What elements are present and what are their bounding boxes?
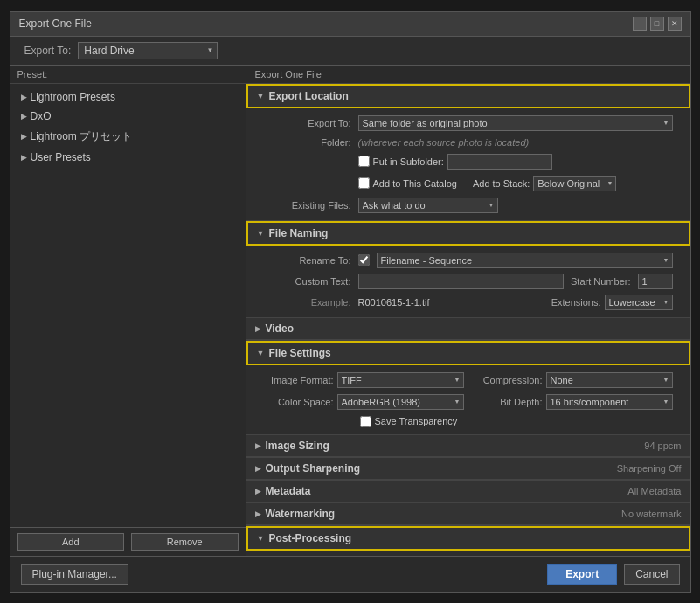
- existing-files-row: Existing Files: Ask what to do: [264, 198, 673, 213]
- rename-to-row: Rename To: Filename - Sequence: [264, 253, 673, 268]
- extensions-wrapper: Lowercase: [605, 295, 673, 310]
- add-preset-button[interactable]: Add: [17, 533, 125, 551]
- metadata-header[interactable]: ▶ Metadata All Metadata: [246, 481, 690, 502]
- minimize-button[interactable]: ─: [633, 17, 647, 31]
- add-to-catalog-label: Add to This Catalog: [373, 178, 457, 189]
- watermarking-header[interactable]: ▶ Watermarking No watermark: [246, 503, 690, 525]
- rename-to-checkbox[interactable]: [358, 254, 370, 266]
- right-scroll-container: Export One File ▼ Export Location Export…: [246, 66, 690, 556]
- compression-label: Compression:: [473, 375, 543, 385]
- color-space-row: Color Space: AdobeRGB (1998) Bit Depth:: [264, 394, 673, 410]
- main-content: Preset: ▶ Lightroom Presets ▶ DxO ▶ Ligh…: [10, 66, 690, 556]
- preset-arrow-user: ▶: [21, 153, 27, 162]
- file-naming-section: ▼ File Naming Rename To: Filename - Sequ…: [246, 221, 690, 318]
- title-bar: Export One File ─ □ ✕: [10, 12, 690, 37]
- bit-depth-group: Bit Depth: 16 bits/component: [473, 394, 673, 410]
- watermarking-arrow: ▶: [255, 509, 261, 518]
- video-title: Video: [266, 322, 294, 335]
- rename-to-select[interactable]: Filename - Sequence: [377, 253, 673, 268]
- example-value: R0010615-1-1.tif: [358, 297, 430, 308]
- window-controls: ─ □ ✕: [633, 17, 682, 31]
- export-button[interactable]: Export: [547, 564, 617, 585]
- output-sharpening-header[interactable]: ▶ Output Sharpening Sharpening Off: [246, 458, 690, 480]
- folder-row: Folder: (wherever each source photo is l…: [264, 137, 673, 148]
- export-to-wrapper: Hard Drive: [78, 42, 218, 59]
- save-transparency-label: Save Transparency: [375, 416, 458, 426]
- plugin-manager-button[interactable]: Plug-in Manager...: [21, 564, 128, 585]
- compression-select[interactable]: None: [546, 372, 673, 388]
- preset-footer: Add Remove: [10, 527, 246, 556]
- export-to-select[interactable]: Hard Drive: [78, 42, 218, 59]
- transparency-row: Save Transparency: [264, 416, 673, 427]
- watermarking-section: ▶ Watermarking No watermark: [246, 503, 690, 526]
- custom-text-label: Custom Text:: [264, 276, 351, 287]
- file-settings-body: Image Format: TIFF Compression:: [246, 365, 690, 434]
- export-location-arrow: ▼: [257, 92, 265, 100]
- preset-item-lightroom[interactable]: ▶ Lightroom Presets: [10, 87, 246, 107]
- close-button[interactable]: ✕: [668, 17, 682, 31]
- right-panel-header: Export One File: [246, 66, 690, 84]
- subfolder-checkbox[interactable]: [358, 156, 370, 167]
- extensions-group: Extensions: Lowercase: [551, 295, 673, 310]
- output-sharpening-arrow: ▶: [255, 464, 261, 473]
- output-sharpening-title: Output Sharpening: [266, 462, 361, 475]
- export-location-header[interactable]: ▼ Export Location: [246, 84, 690, 108]
- bit-depth-select[interactable]: 16 bits/component: [546, 394, 673, 410]
- post-processing-header[interactable]: ▼ Post-Processing: [246, 526, 690, 551]
- existing-files-wrapper: Ask what to do: [358, 198, 498, 213]
- video-header[interactable]: ▶ Video: [246, 318, 690, 340]
- start-number-label: Start Number:: [571, 276, 630, 287]
- start-number-input[interactable]: [638, 274, 673, 289]
- color-space-select[interactable]: AdobeRGB (1998): [337, 394, 464, 410]
- metadata-right-text: All Metadata: [627, 486, 681, 496]
- add-to-stack-label: Add to Stack:: [473, 178, 530, 189]
- file-settings-arrow: ▼: [257, 349, 265, 357]
- file-naming-header[interactable]: ▼ File Naming: [246, 221, 690, 246]
- save-transparency-checkbox[interactable]: [360, 416, 371, 427]
- output-sharpening-right-text: Sharpening Off: [617, 463, 682, 474]
- metadata-arrow: ▶: [255, 487, 261, 496]
- below-original-wrapper: Below Original: [533, 176, 616, 191]
- output-sharpening-section: ▶ Output Sharpening Sharpening Off: [246, 458, 690, 481]
- dialog-footer: Plug-in Manager... Export Cancel: [10, 556, 690, 592]
- maximize-button[interactable]: □: [650, 17, 664, 31]
- export-location-title: Export Location: [268, 90, 348, 102]
- compression-wrapper: None: [546, 372, 673, 388]
- existing-files-label: Existing Files:: [264, 200, 351, 211]
- post-processing-section: ▼ Post-Processing After Export: Open in …: [246, 526, 690, 556]
- preset-arrow-dxo: ▶: [21, 112, 27, 121]
- compression-group: Compression: None: [473, 372, 673, 388]
- subfolder-input[interactable]: [447, 154, 552, 170]
- preset-item-label: Lightroom Presets: [31, 91, 115, 103]
- below-original-select[interactable]: Below Original: [533, 176, 616, 191]
- dialog-title: Export One File: [19, 17, 92, 30]
- custom-text-input[interactable]: [358, 274, 565, 289]
- cancel-button[interactable]: Cancel: [624, 564, 679, 585]
- remove-preset-button[interactable]: Remove: [131, 533, 239, 551]
- add-to-catalog-row: Add to This Catalog Add to Stack: Below …: [264, 176, 673, 191]
- rename-to-label: Rename To:: [264, 255, 351, 266]
- export-dialog: Export One File ─ □ ✕ Export To: Hard Dr…: [10, 11, 691, 593]
- color-space-group: Color Space: AdobeRGB (1998): [264, 394, 464, 410]
- color-space-wrapper: AdobeRGB (1998): [337, 394, 464, 410]
- file-settings-header[interactable]: ▼ File Settings: [246, 341, 690, 365]
- right-panel: Export One File ▼ Export Location Export…: [246, 66, 690, 556]
- export-to-label: Export To:: [24, 45, 72, 57]
- image-sizing-section: ▶ Image Sizing 94 ppcm: [246, 435, 690, 458]
- preset-item-label: Lightroom プリセット: [31, 129, 133, 144]
- image-sizing-right-text: 94 ppcm: [644, 440, 681, 451]
- export-location-select[interactable]: Same folder as original photo: [358, 115, 673, 131]
- export-location-select-wrapper: Same folder as original photo: [358, 115, 673, 131]
- preset-item-lightroom-jp[interactable]: ▶ Lightroom プリセット: [10, 126, 246, 148]
- file-settings-title: File Settings: [268, 347, 330, 359]
- image-sizing-header[interactable]: ▶ Image Sizing 94 ppcm: [246, 435, 690, 457]
- preset-item-dxo[interactable]: ▶ DxO: [10, 107, 246, 126]
- bit-depth-wrapper: 16 bits/component: [546, 394, 673, 410]
- extensions-select[interactable]: Lowercase: [605, 295, 673, 310]
- image-format-select[interactable]: TIFF: [337, 372, 464, 388]
- existing-files-select[interactable]: Ask what to do: [358, 198, 498, 213]
- export-location-body: Export To: Same folder as original photo…: [246, 108, 690, 220]
- preset-item-user[interactable]: ▶ User Presets: [10, 148, 246, 167]
- watermarking-right-text: No watermark: [621, 509, 681, 519]
- add-to-catalog-checkbox[interactable]: [358, 177, 370, 189]
